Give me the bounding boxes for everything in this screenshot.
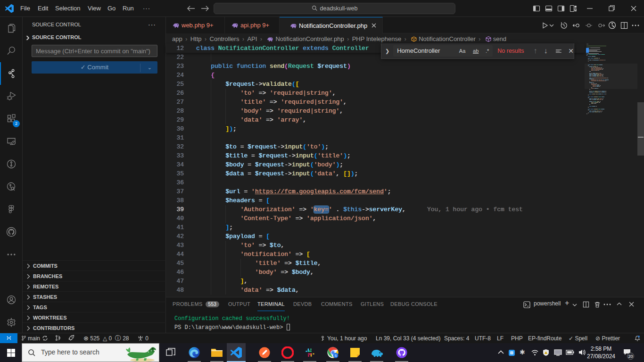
svg-text:S: S [334, 354, 337, 358]
